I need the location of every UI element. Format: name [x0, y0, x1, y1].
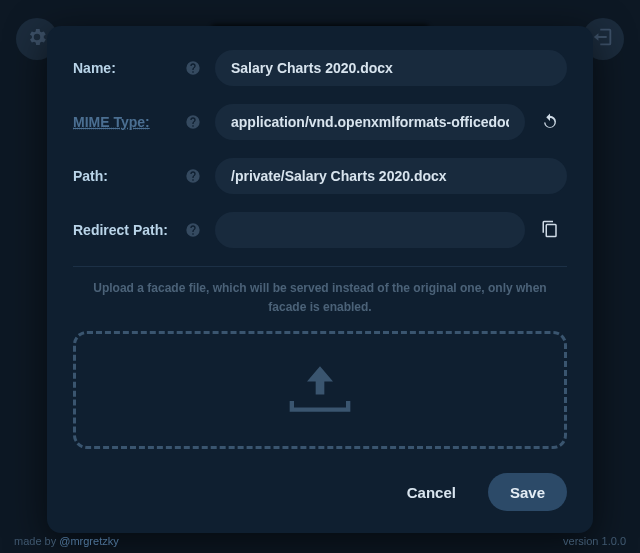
redirect-input[interactable]: [215, 212, 525, 248]
save-button[interactable]: Save: [488, 473, 567, 511]
path-input[interactable]: [215, 158, 567, 194]
help-icon[interactable]: [185, 60, 201, 76]
help-icon[interactable]: [185, 114, 201, 130]
mime-label-link[interactable]: MIME Type:: [73, 114, 150, 130]
divider: [73, 266, 567, 267]
name-row: Name:: [73, 50, 567, 86]
name-label-box: Name:: [73, 60, 201, 76]
logout-icon: [592, 26, 614, 52]
name-input[interactable]: [215, 50, 567, 86]
undo-icon: [541, 112, 559, 133]
path-label: Path:: [73, 168, 108, 184]
path-label-box: Path:: [73, 168, 201, 184]
upload-icon: [284, 362, 356, 418]
button-row: Cancel Save: [73, 473, 567, 511]
footer-made-prefix: made by: [14, 535, 59, 547]
redirect-label-box: Redirect Path:: [73, 222, 201, 238]
edit-file-modal: Name: MIME Type: Path:: [47, 26, 593, 533]
footer-credit: made by @mrgretzky: [14, 535, 119, 547]
redirect-copy-button[interactable]: [533, 213, 567, 247]
facade-help-text: Upload a facade file, which will be serv…: [73, 279, 567, 317]
footer-version: version 1.0.0: [563, 535, 626, 547]
cancel-button[interactable]: Cancel: [385, 473, 478, 511]
mime-label-box: MIME Type:: [73, 114, 201, 130]
upload-dropzone[interactable]: [73, 331, 567, 449]
redirect-label: Redirect Path:: [73, 222, 168, 238]
footer-author-link[interactable]: @mrgretzky: [59, 535, 118, 547]
gear-icon: [26, 26, 48, 52]
mime-reset-button[interactable]: [533, 105, 567, 139]
help-icon[interactable]: [185, 222, 201, 238]
redirect-row: Redirect Path:: [73, 212, 567, 248]
name-label: Name:: [73, 60, 116, 76]
footer: made by @mrgretzky version 1.0.0: [0, 529, 640, 553]
copy-icon: [541, 220, 559, 241]
path-row: Path:: [73, 158, 567, 194]
mime-input[interactable]: [215, 104, 525, 140]
mime-row: MIME Type:: [73, 104, 567, 140]
help-icon[interactable]: [185, 168, 201, 184]
